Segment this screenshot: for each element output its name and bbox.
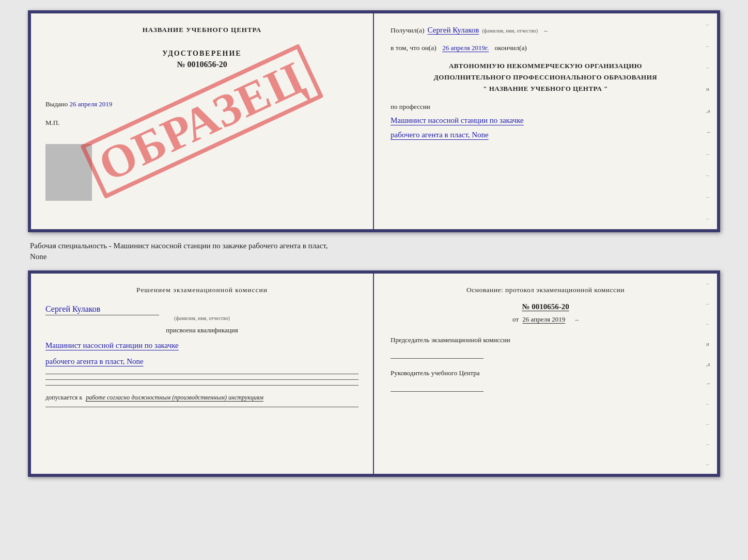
date-prefix: в том, что он(а) (391, 44, 437, 52)
bottom-line-2 (45, 379, 359, 380)
profession-line2: рабочего агента в пласт, None (391, 129, 700, 141)
date-from: от 26 апреля 2019 – (391, 315, 700, 324)
допускается-label: допускается к (45, 394, 82, 401)
qual-line1: Машинист насосной станции по закачке (45, 339, 359, 353)
допускается-block: допускается к работе согласно должностны… (45, 394, 359, 402)
vydano-date: 26 апреля 2019 (70, 100, 113, 108)
received-sub: (фамилия, имя, отчество) (482, 28, 538, 34)
org-block: АВТОНОМНУЮ НЕКОММЕРЧЕСКУЮ ОРГАНИЗАЦИЮ ДО… (391, 60, 700, 94)
bottom-document: Решением экзаменационной комиссии Сергей… (28, 270, 720, 477)
mp-line: М.П. (45, 119, 359, 127)
received-label: Получил(а) (391, 26, 425, 35)
right-dashes: ––– и ,а ← –––– (706, 13, 712, 229)
date-line: в том, что он(а) 26 апреля 2019г. окончи… (391, 44, 700, 52)
date-value: 26 апреля 2019г. (442, 44, 489, 52)
received-name: Сергей Кулаков (428, 26, 479, 35)
bottom-line-3 (45, 385, 359, 386)
bottom-line-4 (45, 407, 359, 407)
chairman-label: Председатель экзаменационной комиссии (391, 336, 700, 344)
org-line3: " НАЗВАНИЕ УЧЕБНОГО ЦЕНТРА " (391, 83, 700, 94)
допускается-value: работе согласно должностным (производств… (86, 394, 263, 401)
date-from-prefix: от (512, 315, 519, 323)
osnov-title: Основание: протокол экзаменационной коми… (391, 286, 700, 294)
middle-line1: Рабочая специальность - Машинист насосно… (30, 241, 718, 251)
vydano-line: Выдано 26 апреля 2019 (45, 100, 359, 108)
bottom-name-block: Сергей Кулаков (фамилия, имя, отчество) (45, 305, 359, 321)
middle-line2: None (30, 251, 718, 262)
chairman-block: Председатель экзаменационной комиссии (391, 336, 700, 359)
school-name-top: НАЗВАНИЕ УЧЕБНОГО ЦЕНТРА (45, 26, 359, 34)
right-dashes-bottom: ––– и ,а ← –––– (706, 274, 712, 474)
bottom-name: Сергей Кулаков (45, 305, 159, 315)
org-line1: АВТОНОМНУЮ НЕКОММЕРЧЕСКУЮ ОРГАНИЗАЦИЮ (391, 60, 700, 72)
dash-top: – (544, 26, 548, 35)
qual-line2: рабочего агента в пласт, None (45, 355, 359, 369)
vydano-label: Выдано (45, 100, 68, 108)
director-signature-line (391, 379, 484, 392)
assigned-text: присвоена квалификация (45, 326, 359, 334)
profession-label: по профессии (391, 103, 700, 111)
date-from-value: 26 апреля 2019 (522, 315, 565, 323)
bottom-line-1 (45, 374, 359, 374)
top-doc-left: НАЗВАНИЕ УЧЕБНОГО ЦЕНТРА ОБРАЗЕЦ УДОСТОВ… (31, 13, 374, 229)
resolution-text: Решением экзаменационной комиссии (45, 286, 359, 294)
director-label: Руководитель учебного Центра (391, 369, 700, 377)
photo-placeholder (45, 144, 92, 201)
top-doc-right: Получил(а) Сергей Кулаков (фамилия, имя,… (374, 13, 717, 229)
profession-line1: Машинист насосной станции по закачке (391, 114, 700, 126)
okonchil-text: окончил(а) (495, 44, 527, 52)
bottom-name-sub: (фамилия, имя, отчество) (45, 315, 359, 321)
received-line: Получил(а) Сергей Кулаков (фамилия, имя,… (391, 26, 700, 35)
middle-text-block: Рабочая специальность - Машинист насосно… (28, 241, 720, 262)
udostoverenie-label: УДОСТОВЕРЕНИЕ (45, 50, 359, 58)
director-block: Руководитель учебного Центра (391, 369, 700, 392)
top-document: НАЗВАНИЕ УЧЕБНОГО ЦЕНТРА ОБРАЗЕЦ УДОСТОВ… (28, 10, 720, 232)
chairman-signature-line (391, 346, 484, 359)
bottom-doc-right: Основание: протокол экзаменационной коми… (374, 274, 717, 474)
protocol-number: № 0010656-20 (391, 302, 700, 311)
udostoverenie-number: № 0010656-20 (45, 60, 359, 69)
org-line2: ДОПОЛНИТЕЛЬНОГО ПРОФЕССИОНАЛЬНОГО ОБРАЗО… (391, 72, 700, 83)
bottom-doc-left: Решением экзаменационной комиссии Сергей… (31, 274, 374, 474)
